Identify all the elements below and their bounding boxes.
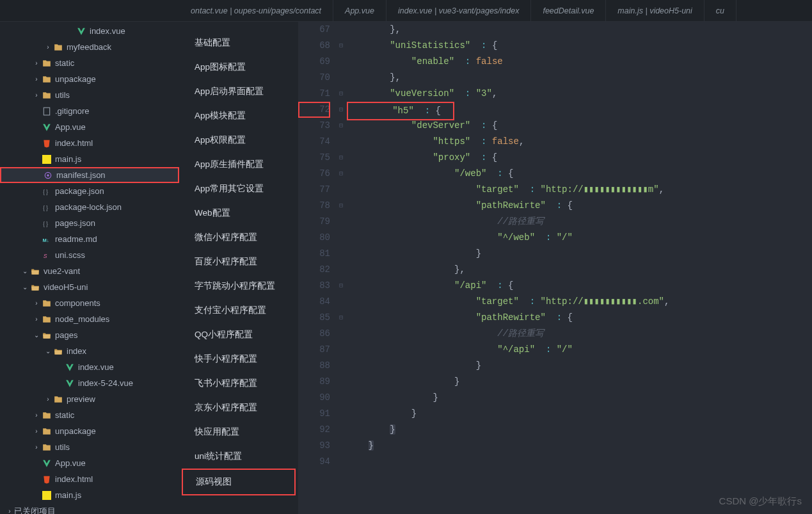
folder-item[interactable]: vue2-vant bbox=[0, 263, 179, 279]
config-item-source-view[interactable]: 源码视图 bbox=[182, 469, 296, 495]
folder-item[interactable]: node_modules bbox=[0, 311, 179, 327]
chevron-right-icon[interactable] bbox=[32, 412, 41, 419]
file-item[interactable]: { }package-lock.json bbox=[0, 199, 179, 215]
tab[interactable]: feedDetail.vue bbox=[531, 0, 606, 21]
folder-item[interactable]: utils bbox=[0, 439, 179, 455]
folder-item[interactable]: videoH5-uni bbox=[0, 279, 179, 295]
file-item[interactable]: App.vue bbox=[0, 119, 179, 135]
folder-item[interactable]: myfeedback bbox=[0, 39, 179, 55]
config-item[interactable]: App图标配置 bbox=[179, 55, 298, 79]
chevron-down-icon[interactable] bbox=[20, 268, 29, 275]
file-item[interactable]: { }pages.json bbox=[0, 215, 179, 231]
config-item[interactable]: uni统计配置 bbox=[179, 444, 298, 469]
config-item[interactable]: 飞书小程序配置 bbox=[179, 371, 298, 396]
tree-label: App.vue bbox=[55, 122, 179, 132]
file-item[interactable]: M↓readme.md bbox=[0, 231, 179, 247]
file-item[interactable]: index.html bbox=[0, 471, 179, 487]
tab[interactable]: ontact.vue | oupes-uni/pages/contact bbox=[179, 0, 333, 21]
folder-item[interactable]: utils bbox=[0, 87, 179, 103]
config-item[interactable]: Web配置 bbox=[179, 201, 298, 225]
config-item[interactable]: 百度小程序配置 bbox=[179, 250, 298, 274]
folderopen-icon bbox=[52, 347, 64, 356]
tree-label: main.js bbox=[55, 154, 179, 164]
fold-icon[interactable] bbox=[339, 122, 343, 129]
fold-icon[interactable] bbox=[339, 170, 343, 177]
chevron-right-icon[interactable] bbox=[32, 316, 41, 323]
chevron-right-icon[interactable] bbox=[44, 396, 52, 403]
file-item[interactable]: manifest.json bbox=[0, 167, 179, 183]
config-item[interactable]: 支付宝小程序配置 bbox=[179, 298, 298, 323]
tree-label: pages.json bbox=[55, 218, 179, 228]
chevron-right-icon[interactable] bbox=[32, 428, 41, 435]
code-content[interactable]: }, "uniStatistics" : { "enable" : false … bbox=[347, 22, 812, 514]
file-item[interactable]: index.vue bbox=[0, 23, 179, 39]
closed-projects-section[interactable]: 已关闭项目 bbox=[0, 503, 179, 514]
chevron-down-icon[interactable] bbox=[44, 348, 52, 355]
tree-label: index.html bbox=[55, 138, 179, 148]
fold-icon[interactable] bbox=[339, 314, 343, 321]
config-item[interactable]: 快手小程序配置 bbox=[179, 347, 298, 371]
file-item[interactable]: .gitignore bbox=[0, 103, 179, 119]
config-item[interactable]: QQ小程序配置 bbox=[179, 323, 298, 347]
chevron-down-icon[interactable] bbox=[32, 332, 41, 339]
svg-text:M↓: M↓ bbox=[43, 237, 49, 243]
chevron-right-icon[interactable] bbox=[32, 76, 41, 83]
tree-label: vue2-vant bbox=[44, 266, 179, 276]
folder-item[interactable]: pages bbox=[0, 327, 179, 343]
chevron-right-icon[interactable] bbox=[44, 44, 52, 51]
config-item[interactable]: 基础配置 bbox=[179, 31, 298, 55]
config-item[interactable]: App模块配置 bbox=[179, 104, 298, 128]
config-item[interactable]: 字节跳动小程序配置 bbox=[179, 274, 298, 298]
tree-label: static bbox=[55, 58, 179, 68]
tree-label: readme.md bbox=[55, 234, 179, 244]
chevron-right-icon[interactable] bbox=[32, 92, 41, 99]
config-item[interactable]: App常用其它设置 bbox=[179, 177, 298, 201]
file-item[interactable]: Suni.scss bbox=[0, 247, 179, 263]
file-item[interactable]: App.vue bbox=[0, 455, 179, 471]
fold-icon[interactable] bbox=[339, 202, 343, 209]
folder-item[interactable]: preview bbox=[0, 391, 179, 407]
file-item[interactable]: main.js bbox=[0, 487, 179, 503]
config-item[interactable]: 京东小程序配置 bbox=[179, 396, 298, 420]
tree-label: App.vue bbox=[55, 458, 179, 468]
config-item[interactable]: App权限配置 bbox=[179, 128, 298, 152]
file-item[interactable]: main.js bbox=[0, 151, 179, 167]
folder-item[interactable]: unpackage bbox=[0, 71, 179, 87]
code-editor[interactable]: 6768697071727374757677787980818283848586… bbox=[298, 22, 812, 514]
chevron-right-icon[interactable] bbox=[32, 444, 41, 451]
folder-item[interactable]: index bbox=[0, 343, 179, 359]
fold-icon[interactable] bbox=[339, 90, 343, 97]
file-item[interactable]: index.vue bbox=[0, 359, 179, 375]
tab[interactable]: index.vue | vue3-vant/pages/index bbox=[386, 0, 531, 21]
folderopen-icon bbox=[29, 267, 41, 276]
svg-rect-1 bbox=[42, 155, 51, 164]
tree-label: index.html bbox=[55, 474, 179, 484]
folder-item[interactable]: static bbox=[0, 407, 179, 423]
config-item[interactable]: App原生插件配置 bbox=[179, 152, 298, 177]
folder-item[interactable]: components bbox=[0, 295, 179, 311]
tab[interactable]: App.vue bbox=[333, 0, 386, 21]
chevron-right-icon[interactable] bbox=[32, 300, 41, 307]
tab[interactable]: main.js | videoH5-uni bbox=[606, 0, 705, 21]
config-item[interactable]: App启动界面配置 bbox=[179, 79, 298, 104]
fold-icon[interactable] bbox=[339, 42, 343, 49]
fold-column[interactable] bbox=[335, 22, 347, 514]
vue-icon bbox=[64, 379, 76, 388]
folder-icon bbox=[41, 443, 52, 452]
file-explorer[interactable]: index.vuemyfeedbackstaticunpackageutils.… bbox=[0, 22, 179, 514]
chevron-down-icon[interactable] bbox=[20, 284, 29, 291]
chevron-right-icon[interactable] bbox=[32, 60, 41, 67]
tab[interactable]: cu bbox=[705, 0, 736, 21]
fold-icon[interactable] bbox=[339, 282, 343, 289]
config-item[interactable]: 微信小程序配置 bbox=[179, 225, 298, 250]
file-item[interactable]: { }package.json bbox=[0, 183, 179, 199]
file-item[interactable]: index.html bbox=[0, 135, 179, 151]
tree-label: main.js bbox=[55, 490, 179, 500]
config-item[interactable]: 快应用配置 bbox=[179, 420, 298, 444]
fold-icon[interactable] bbox=[339, 106, 343, 113]
fold-icon[interactable] bbox=[339, 154, 343, 161]
manifest-config-panel[interactable]: 基础配置App图标配置App启动界面配置App模块配置App权限配置App原生插… bbox=[179, 22, 298, 514]
file-item[interactable]: index-5-24.vue bbox=[0, 375, 179, 391]
folder-item[interactable]: static bbox=[0, 55, 179, 71]
folder-item[interactable]: unpackage bbox=[0, 423, 179, 439]
